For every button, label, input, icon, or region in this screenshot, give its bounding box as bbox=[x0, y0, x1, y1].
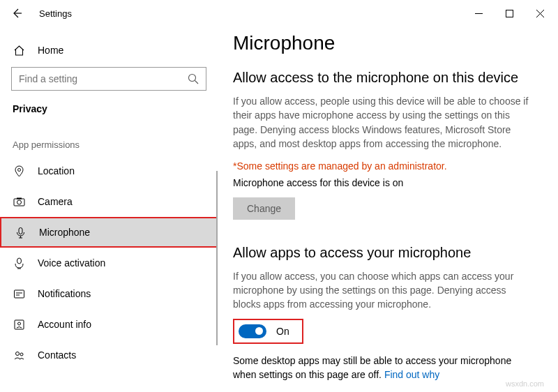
toggle-state-label: On bbox=[276, 326, 289, 337]
breadcrumb: Privacy bbox=[0, 98, 218, 127]
minimize-button[interactable] bbox=[463, 2, 494, 24]
sidebar-item-label: Microphone bbox=[39, 227, 90, 238]
sidebar-item-label: Notifications bbox=[38, 288, 91, 299]
section-header-app-permissions: App permissions bbox=[0, 127, 218, 156]
svg-point-7 bbox=[17, 258, 21, 264]
window-title: Settings bbox=[39, 8, 72, 19]
camera-icon bbox=[13, 195, 25, 208]
location-icon bbox=[13, 165, 25, 177]
svg-point-11 bbox=[15, 352, 19, 355]
close-button[interactable] bbox=[525, 2, 555, 24]
svg-rect-0 bbox=[506, 10, 513, 17]
sidebar-item-camera[interactable]: Camera bbox=[0, 186, 218, 217]
sidebar-item-label: Voice activation bbox=[38, 257, 105, 269]
sidebar-item-label: Contacts bbox=[38, 349, 76, 361]
svg-point-1 bbox=[189, 75, 196, 82]
maximize-icon bbox=[506, 10, 513, 17]
notifications-icon bbox=[13, 287, 25, 300]
sidebar-item-location[interactable]: Location bbox=[0, 156, 218, 186]
nav-home-label: Home bbox=[38, 45, 63, 56]
home-icon bbox=[13, 44, 25, 56]
arrow-left-icon bbox=[10, 7, 23, 20]
svg-point-4 bbox=[17, 200, 21, 204]
sidebar-item-microphone[interactable]: Microphone bbox=[0, 217, 218, 248]
find-out-why-link[interactable]: Find out why bbox=[384, 369, 439, 380]
apps-access-toggle-row: On bbox=[233, 319, 303, 344]
contacts-icon bbox=[13, 349, 25, 361]
close-icon bbox=[536, 10, 544, 17]
account-icon bbox=[13, 318, 25, 331]
section2-body: If you allow access, you can choose whic… bbox=[233, 269, 530, 312]
scrollbar[interactable] bbox=[216, 171, 218, 345]
sidebar-item-notifications[interactable]: Notifications bbox=[0, 278, 218, 309]
desktop-apps-note: Some desktop apps may still be able to a… bbox=[233, 354, 530, 382]
svg-rect-6 bbox=[19, 227, 22, 234]
sidebar-item-label: Camera bbox=[38, 196, 73, 207]
admin-warning: *Some settings are managed by an adminis… bbox=[233, 159, 530, 173]
voice-icon bbox=[13, 257, 25, 269]
nav-home[interactable]: Home bbox=[0, 35, 218, 66]
back-button[interactable] bbox=[3, 0, 31, 27]
svg-rect-5 bbox=[17, 197, 22, 199]
sidebar-item-contacts[interactable]: Contacts bbox=[0, 340, 218, 370]
apps-access-toggle[interactable] bbox=[239, 324, 266, 338]
section2-heading: Allow apps to access your microphone bbox=[233, 245, 530, 261]
svg-point-2 bbox=[17, 168, 20, 171]
svg-point-12 bbox=[20, 353, 23, 356]
section1-heading: Allow access to the microphone on this d… bbox=[233, 70, 530, 86]
sidebar-item-account-info[interactable]: Account info bbox=[0, 309, 218, 340]
change-button[interactable]: Change bbox=[233, 197, 295, 220]
search-icon bbox=[188, 73, 199, 84]
svg-rect-8 bbox=[14, 290, 24, 298]
watermark: wsxdn.com bbox=[506, 379, 544, 388]
minimize-icon bbox=[475, 10, 483, 17]
search-input[interactable] bbox=[19, 73, 188, 84]
sidebar-item-label: Account info bbox=[38, 319, 91, 330]
svg-point-10 bbox=[17, 322, 20, 325]
maximize-button[interactable] bbox=[494, 2, 525, 24]
section1-body: If you allow access, people using this d… bbox=[233, 94, 530, 151]
device-access-status: Microphone access for this device is on bbox=[233, 176, 530, 190]
page-title: Microphone bbox=[233, 32, 530, 54]
sidebar-item-voice-activation[interactable]: Voice activation bbox=[0, 248, 218, 278]
search-input-wrapper[interactable] bbox=[11, 67, 206, 91]
sidebar-item-label: Location bbox=[38, 165, 75, 176]
toggle-knob bbox=[255, 327, 263, 335]
microphone-icon bbox=[14, 226, 27, 239]
